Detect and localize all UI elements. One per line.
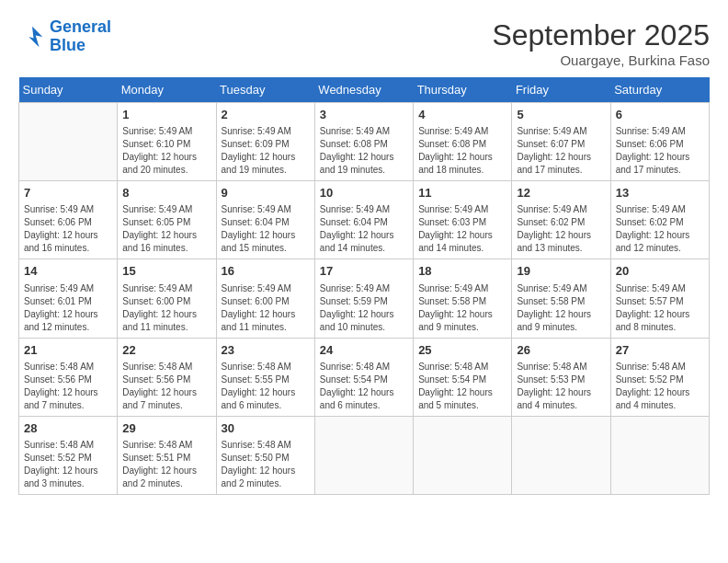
- calendar-cell: 15Sunrise: 5:49 AM Sunset: 6:00 PM Dayli…: [118, 259, 216, 338]
- day-number: 23: [222, 342, 310, 359]
- calendar-cell: 28Sunrise: 5:48 AM Sunset: 5:52 PM Dayli…: [19, 416, 118, 494]
- calendar-cell: 14Sunrise: 5:49 AM Sunset: 6:01 PM Dayli…: [19, 259, 118, 338]
- day-info: Sunrise: 5:49 AM Sunset: 6:09 PM Dayligh…: [222, 125, 310, 177]
- day-number: 22: [122, 342, 210, 359]
- calendar-cell: 13Sunrise: 5:49 AM Sunset: 6:02 PM Dayli…: [610, 181, 709, 259]
- calendar-cell: 12Sunrise: 5:49 AM Sunset: 6:02 PM Dayli…: [512, 181, 610, 259]
- day-info: Sunrise: 5:49 AM Sunset: 6:06 PM Dayligh…: [24, 203, 112, 255]
- calendar-cell: 25Sunrise: 5:48 AM Sunset: 5:54 PM Dayli…: [414, 338, 512, 416]
- day-number: 14: [24, 263, 112, 280]
- day-number: 8: [122, 185, 210, 201]
- day-number: 21: [24, 342, 112, 359]
- day-number: 25: [418, 342, 506, 359]
- calendar-cell: 17Sunrise: 5:49 AM Sunset: 5:59 PM Dayli…: [314, 259, 413, 338]
- day-number: 19: [517, 263, 605, 280]
- calendar-cell: 23Sunrise: 5:48 AM Sunset: 5:55 PM Dayli…: [216, 338, 314, 416]
- svg-marker-0: [28, 27, 42, 48]
- calendar-cell: 27Sunrise: 5:48 AM Sunset: 5:52 PM Dayli…: [610, 338, 709, 416]
- day-number: 24: [320, 342, 408, 359]
- month-title: September 2025: [492, 18, 710, 52]
- calendar-cell: 2Sunrise: 5:49 AM Sunset: 6:09 PM Daylig…: [216, 103, 314, 181]
- weekday-header-thursday: Thursday: [414, 77, 512, 103]
- calendar-cell: 30Sunrise: 5:48 AM Sunset: 5:50 PM Dayli…: [216, 416, 314, 494]
- day-number: 12: [517, 185, 605, 201]
- calendar-week-row: 28Sunrise: 5:48 AM Sunset: 5:52 PM Dayli…: [19, 416, 710, 494]
- calendar-cell: 9Sunrise: 5:49 AM Sunset: 6:04 PM Daylig…: [216, 181, 314, 259]
- title-block: September 2025 Ouargaye, Burkina Faso: [492, 18, 710, 68]
- day-number: 5: [517, 107, 605, 123]
- day-info: Sunrise: 5:49 AM Sunset: 6:06 PM Dayligh…: [616, 125, 704, 177]
- calendar-week-row: 7Sunrise: 5:49 AM Sunset: 6:06 PM Daylig…: [19, 181, 710, 259]
- day-number: 20: [616, 263, 704, 280]
- day-number: 28: [24, 420, 112, 437]
- day-info: Sunrise: 5:49 AM Sunset: 6:08 PM Dayligh…: [320, 125, 408, 177]
- day-info: Sunrise: 5:49 AM Sunset: 6:02 PM Dayligh…: [616, 203, 704, 255]
- day-info: Sunrise: 5:49 AM Sunset: 6:01 PM Dayligh…: [24, 282, 112, 334]
- weekday-header-sunday: Sunday: [19, 77, 118, 103]
- calendar-week-row: 21Sunrise: 5:48 AM Sunset: 5:56 PM Dayli…: [19, 338, 710, 416]
- weekday-header-friday: Friday: [512, 77, 610, 103]
- day-number: 18: [418, 263, 506, 280]
- calendar-cell: [512, 416, 610, 494]
- calendar-cell: 21Sunrise: 5:48 AM Sunset: 5:56 PM Dayli…: [19, 338, 118, 416]
- weekday-header-wednesday: Wednesday: [314, 77, 413, 103]
- day-info: Sunrise: 5:49 AM Sunset: 5:58 PM Dayligh…: [517, 282, 605, 334]
- day-info: Sunrise: 5:49 AM Sunset: 6:00 PM Dayligh…: [222, 282, 310, 334]
- day-info: Sunrise: 5:49 AM Sunset: 5:57 PM Dayligh…: [616, 282, 704, 334]
- location-subtitle: Ouargaye, Burkina Faso: [492, 52, 710, 68]
- weekday-header-saturday: Saturday: [610, 77, 709, 103]
- day-info: Sunrise: 5:49 AM Sunset: 6:08 PM Dayligh…: [418, 125, 506, 177]
- day-number: 26: [517, 342, 605, 359]
- calendar-cell: [314, 416, 413, 494]
- calendar-cell: 16Sunrise: 5:49 AM Sunset: 6:00 PM Dayli…: [216, 259, 314, 338]
- day-number: 30: [222, 420, 310, 437]
- calendar-cell: 6Sunrise: 5:49 AM Sunset: 6:06 PM Daylig…: [610, 103, 709, 181]
- weekday-header-tuesday: Tuesday: [216, 77, 314, 103]
- day-info: Sunrise: 5:49 AM Sunset: 6:02 PM Dayligh…: [517, 203, 605, 255]
- day-number: 13: [616, 185, 704, 201]
- day-number: 1: [122, 107, 210, 123]
- calendar-table: SundayMondayTuesdayWednesdayThursdayFrid…: [18, 77, 710, 495]
- day-info: Sunrise: 5:49 AM Sunset: 6:07 PM Dayligh…: [517, 125, 605, 177]
- calendar-cell: 18Sunrise: 5:49 AM Sunset: 5:58 PM Dayli…: [414, 259, 512, 338]
- calendar-cell: 1Sunrise: 5:49 AM Sunset: 6:10 PM Daylig…: [118, 103, 216, 181]
- calendar-cell: 3Sunrise: 5:49 AM Sunset: 6:08 PM Daylig…: [314, 103, 413, 181]
- day-info: Sunrise: 5:48 AM Sunset: 5:54 PM Dayligh…: [320, 361, 408, 412]
- day-number: 7: [24, 185, 112, 201]
- day-info: Sunrise: 5:49 AM Sunset: 5:58 PM Dayligh…: [418, 282, 506, 334]
- calendar-cell: 20Sunrise: 5:49 AM Sunset: 5:57 PM Dayli…: [610, 259, 709, 338]
- weekday-header-monday: Monday: [118, 77, 216, 103]
- day-info: Sunrise: 5:48 AM Sunset: 5:55 PM Dayligh…: [222, 361, 310, 412]
- day-info: Sunrise: 5:49 AM Sunset: 6:03 PM Dayligh…: [418, 203, 506, 255]
- day-number: 17: [320, 263, 408, 280]
- page-header: General Blue September 2025 Ouargaye, Bu…: [18, 18, 710, 68]
- calendar-cell: [414, 416, 512, 494]
- day-info: Sunrise: 5:48 AM Sunset: 5:51 PM Dayligh…: [122, 439, 210, 490]
- calendar-cell: 11Sunrise: 5:49 AM Sunset: 6:03 PM Dayli…: [414, 181, 512, 259]
- day-number: 4: [418, 107, 506, 123]
- calendar-week-row: 1Sunrise: 5:49 AM Sunset: 6:10 PM Daylig…: [19, 103, 710, 181]
- day-info: Sunrise: 5:48 AM Sunset: 5:52 PM Dayligh…: [616, 361, 704, 412]
- day-number: 15: [122, 263, 210, 280]
- day-info: Sunrise: 5:48 AM Sunset: 5:52 PM Dayligh…: [24, 439, 112, 490]
- day-info: Sunrise: 5:49 AM Sunset: 6:10 PM Dayligh…: [122, 125, 210, 177]
- day-info: Sunrise: 5:48 AM Sunset: 5:56 PM Dayligh…: [122, 361, 210, 412]
- day-number: 16: [222, 263, 310, 280]
- calendar-cell: 4Sunrise: 5:49 AM Sunset: 6:08 PM Daylig…: [414, 103, 512, 181]
- logo-bird-icon: [18, 23, 46, 51]
- calendar-cell: 26Sunrise: 5:48 AM Sunset: 5:53 PM Dayli…: [512, 338, 610, 416]
- calendar-cell: 24Sunrise: 5:48 AM Sunset: 5:54 PM Dayli…: [314, 338, 413, 416]
- day-info: Sunrise: 5:49 AM Sunset: 6:05 PM Dayligh…: [122, 203, 210, 255]
- calendar-cell: 29Sunrise: 5:48 AM Sunset: 5:51 PM Dayli…: [118, 416, 216, 494]
- day-number: 11: [418, 185, 506, 201]
- day-number: 29: [122, 420, 210, 437]
- day-number: 9: [222, 185, 310, 201]
- calendar-cell: 7Sunrise: 5:49 AM Sunset: 6:06 PM Daylig…: [19, 181, 118, 259]
- calendar-cell: 10Sunrise: 5:49 AM Sunset: 6:04 PM Dayli…: [314, 181, 413, 259]
- logo-text: General Blue: [50, 18, 111, 55]
- day-info: Sunrise: 5:49 AM Sunset: 6:00 PM Dayligh…: [122, 282, 210, 334]
- calendar-week-row: 14Sunrise: 5:49 AM Sunset: 6:01 PM Dayli…: [19, 259, 710, 338]
- calendar-cell: 19Sunrise: 5:49 AM Sunset: 5:58 PM Dayli…: [512, 259, 610, 338]
- day-number: 2: [222, 107, 310, 123]
- calendar-cell: 5Sunrise: 5:49 AM Sunset: 6:07 PM Daylig…: [512, 103, 610, 181]
